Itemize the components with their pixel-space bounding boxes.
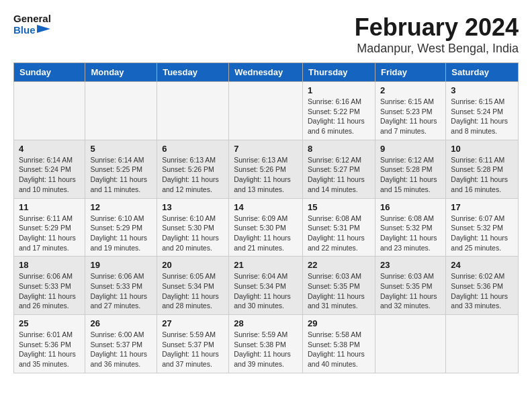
day-info: Sunrise: 6:15 AM Sunset: 5:24 PM Dayligh…: [451, 97, 513, 136]
day-info: Sunrise: 6:06 AM Sunset: 5:33 PM Dayligh…: [90, 271, 152, 311]
day-info: Sunrise: 6:12 AM Sunset: 5:27 PM Dayligh…: [308, 155, 370, 195]
calendar-cell: 8Sunrise: 6:12 AM Sunset: 5:27 PM Daylig…: [303, 140, 375, 198]
calendar-cell: [229, 82, 303, 140]
column-header-wednesday: Wednesday: [229, 63, 303, 82]
calendar-cell: 5Sunrise: 6:14 AM Sunset: 5:25 PM Daylig…: [85, 140, 157, 198]
calendar-cell: 4Sunrise: 6:14 AM Sunset: 5:24 PM Daylig…: [14, 140, 85, 198]
day-info: Sunrise: 5:59 AM Sunset: 5:37 PM Dayligh…: [162, 330, 224, 369]
calendar-cell: 14Sunrise: 6:09 AM Sunset: 5:30 PM Dayli…: [229, 198, 303, 257]
day-info: Sunrise: 6:05 AM Sunset: 5:34 PM Dayligh…: [162, 271, 224, 311]
day-info: Sunrise: 6:06 AM Sunset: 5:33 PM Dayligh…: [19, 271, 80, 311]
day-number: 15: [308, 202, 370, 212]
calendar-week-row: 25Sunrise: 6:01 AM Sunset: 5:36 PM Dayli…: [14, 315, 519, 373]
calendar-cell: 24Sunrise: 6:02 AM Sunset: 5:36 PM Dayli…: [446, 257, 519, 315]
day-info: Sunrise: 6:12 AM Sunset: 5:28 PM Dayligh…: [380, 155, 441, 195]
day-info: Sunrise: 6:08 AM Sunset: 5:32 PM Dayligh…: [380, 214, 441, 253]
calendar-cell: 6Sunrise: 6:13 AM Sunset: 5:26 PM Daylig…: [157, 140, 229, 198]
calendar-cell: 18Sunrise: 6:06 AM Sunset: 5:33 PM Dayli…: [14, 257, 85, 315]
day-info: Sunrise: 6:10 AM Sunset: 5:29 PM Dayligh…: [90, 214, 152, 253]
calendar-week-row: 11Sunrise: 6:11 AM Sunset: 5:29 PM Dayli…: [14, 198, 519, 257]
day-number: 6: [162, 144, 224, 154]
column-header-thursday: Thursday: [303, 63, 375, 82]
calendar-cell: 9Sunrise: 6:12 AM Sunset: 5:28 PM Daylig…: [375, 140, 445, 198]
page-subtitle: Madanpur, West Bengal, India: [355, 42, 519, 56]
calendar-cell: 28Sunrise: 5:59 AM Sunset: 5:38 PM Dayli…: [229, 315, 303, 373]
day-info: Sunrise: 6:03 AM Sunset: 5:35 PM Dayligh…: [380, 271, 441, 311]
day-number: 26: [90, 318, 152, 328]
day-number: 14: [234, 202, 298, 212]
day-info: Sunrise: 6:03 AM Sunset: 5:35 PM Dayligh…: [308, 271, 370, 311]
logo-general: General: [13, 13, 51, 25]
title-block: February 2024 Madanpur, West Bengal, Ind…: [355, 13, 519, 56]
calendar-body: 1Sunrise: 6:16 AM Sunset: 5:22 PM Daylig…: [14, 82, 519, 373]
day-number: 27: [162, 318, 224, 328]
day-number: 25: [19, 318, 80, 328]
day-number: 20: [162, 260, 224, 270]
calendar-week-row: 18Sunrise: 6:06 AM Sunset: 5:33 PM Dayli…: [14, 257, 519, 315]
calendar-cell: 1Sunrise: 6:16 AM Sunset: 5:22 PM Daylig…: [303, 82, 375, 140]
calendar-header-row: SundayMondayTuesdayWednesdayThursdayFrid…: [14, 63, 519, 82]
day-number: 28: [234, 318, 298, 328]
day-number: 18: [19, 260, 80, 270]
day-info: Sunrise: 6:11 AM Sunset: 5:28 PM Dayligh…: [451, 155, 513, 195]
column-header-monday: Monday: [85, 63, 157, 82]
day-info: Sunrise: 6:00 AM Sunset: 5:37 PM Dayligh…: [90, 330, 152, 369]
day-number: 16: [380, 202, 441, 212]
day-number: 12: [90, 202, 152, 212]
day-number: 9: [380, 144, 441, 154]
day-info: Sunrise: 6:02 AM Sunset: 5:36 PM Dayligh…: [451, 271, 513, 311]
column-header-sunday: Sunday: [14, 63, 85, 82]
day-number: 11: [19, 202, 80, 212]
calendar-cell: 16Sunrise: 6:08 AM Sunset: 5:32 PM Dayli…: [375, 198, 445, 257]
day-info: Sunrise: 6:04 AM Sunset: 5:34 PM Dayligh…: [234, 271, 298, 311]
day-info: Sunrise: 6:09 AM Sunset: 5:30 PM Dayligh…: [234, 214, 298, 253]
day-info: Sunrise: 6:08 AM Sunset: 5:31 PM Dayligh…: [308, 214, 370, 253]
calendar-table: SundayMondayTuesdayWednesdayThursdayFrid…: [13, 62, 519, 373]
day-number: 8: [308, 144, 370, 154]
day-number: 13: [162, 202, 224, 212]
day-number: 21: [234, 260, 298, 270]
calendar-cell: 13Sunrise: 6:10 AM Sunset: 5:30 PM Dayli…: [157, 198, 229, 257]
calendar-cell: [375, 315, 445, 373]
calendar-cell: 15Sunrise: 6:08 AM Sunset: 5:31 PM Dayli…: [303, 198, 375, 257]
calendar-cell: 22Sunrise: 6:03 AM Sunset: 5:35 PM Dayli…: [303, 257, 375, 315]
calendar-cell: [85, 82, 157, 140]
page-title: February 2024: [355, 13, 519, 42]
calendar-cell: 7Sunrise: 6:13 AM Sunset: 5:26 PM Daylig…: [229, 140, 303, 198]
day-info: Sunrise: 6:10 AM Sunset: 5:30 PM Dayligh…: [162, 214, 224, 253]
calendar-cell: 17Sunrise: 6:07 AM Sunset: 5:32 PM Dayli…: [446, 198, 519, 257]
calendar-cell: [14, 82, 85, 140]
logo: General Blue: [13, 13, 51, 36]
day-info: Sunrise: 6:16 AM Sunset: 5:22 PM Dayligh…: [308, 97, 370, 136]
day-info: Sunrise: 5:59 AM Sunset: 5:38 PM Dayligh…: [234, 330, 298, 369]
calendar-cell: 23Sunrise: 6:03 AM Sunset: 5:35 PM Dayli…: [375, 257, 445, 315]
calendar-cell: [157, 82, 229, 140]
column-header-saturday: Saturday: [446, 63, 519, 82]
day-info: Sunrise: 6:13 AM Sunset: 5:26 PM Dayligh…: [234, 155, 298, 195]
calendar-cell: 2Sunrise: 6:15 AM Sunset: 5:23 PM Daylig…: [375, 82, 445, 140]
day-info: Sunrise: 5:58 AM Sunset: 5:38 PM Dayligh…: [308, 330, 370, 369]
calendar-cell: 29Sunrise: 5:58 AM Sunset: 5:38 PM Dayli…: [303, 315, 375, 373]
day-number: 22: [308, 260, 370, 270]
day-number: 2: [380, 85, 441, 95]
day-number: 7: [234, 144, 298, 154]
logo-flag-icon: [37, 25, 50, 36]
calendar-cell: 10Sunrise: 6:11 AM Sunset: 5:28 PM Dayli…: [446, 140, 519, 198]
calendar-cell: 21Sunrise: 6:04 AM Sunset: 5:34 PM Dayli…: [229, 257, 303, 315]
calendar-cell: 27Sunrise: 5:59 AM Sunset: 5:37 PM Dayli…: [157, 315, 229, 373]
calendar-cell: 11Sunrise: 6:11 AM Sunset: 5:29 PM Dayli…: [14, 198, 85, 257]
day-info: Sunrise: 6:13 AM Sunset: 5:26 PM Dayligh…: [162, 155, 224, 195]
day-number: 24: [451, 260, 513, 270]
calendar-week-row: 1Sunrise: 6:16 AM Sunset: 5:22 PM Daylig…: [14, 82, 519, 140]
calendar-cell: 3Sunrise: 6:15 AM Sunset: 5:24 PM Daylig…: [446, 82, 519, 140]
svg-marker-0: [37, 25, 50, 33]
day-number: 29: [308, 318, 370, 328]
day-info: Sunrise: 6:14 AM Sunset: 5:25 PM Dayligh…: [90, 155, 152, 195]
logo-box: General Blue: [13, 13, 51, 36]
calendar-cell: 20Sunrise: 6:05 AM Sunset: 5:34 PM Dayli…: [157, 257, 229, 315]
day-number: 17: [451, 202, 513, 212]
day-number: 4: [19, 144, 80, 154]
day-number: 5: [90, 144, 152, 154]
calendar-cell: 25Sunrise: 6:01 AM Sunset: 5:36 PM Dayli…: [14, 315, 85, 373]
column-header-tuesday: Tuesday: [157, 63, 229, 82]
